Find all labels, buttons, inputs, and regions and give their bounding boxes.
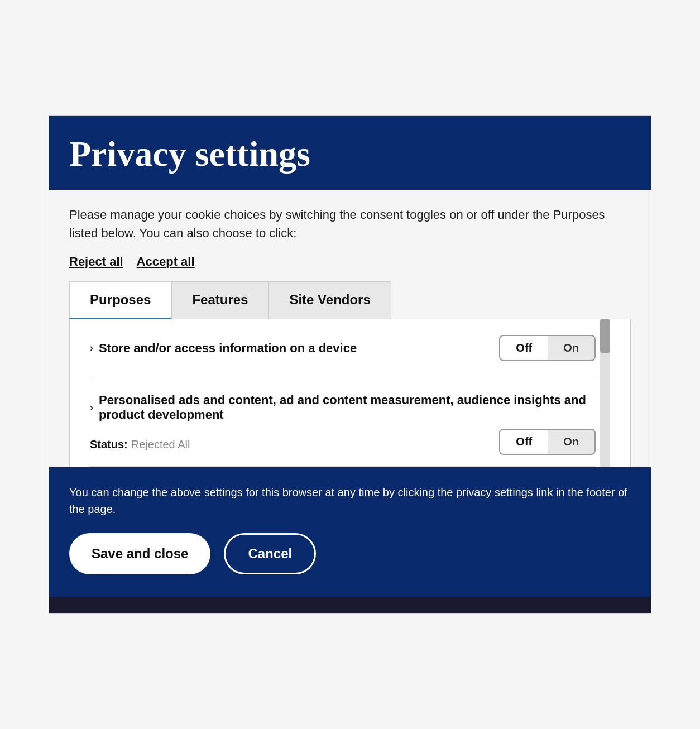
toggle-off-2[interactable]: Off bbox=[500, 430, 548, 454]
modal-footer: You can change the above settings for th… bbox=[49, 467, 651, 597]
tabs-row: Purposes Features Site Vendors bbox=[69, 281, 631, 319]
purpose-header-1: › Store and/or access information on a d… bbox=[90, 335, 596, 361]
toggle-on-2[interactable]: On bbox=[548, 430, 594, 454]
scroll-content: › Store and/or access information on a d… bbox=[90, 319, 596, 467]
privacy-settings-modal: Privacy settings Please manage your cook… bbox=[49, 115, 651, 615]
footer-info-text: You can change the above settings for th… bbox=[69, 484, 631, 517]
scrollbar-thumb[interactable] bbox=[600, 319, 610, 353]
tab-purposes[interactable]: Purposes bbox=[69, 281, 171, 319]
status-label: Status: bbox=[90, 438, 128, 451]
bottom-strip bbox=[49, 597, 651, 613]
purpose-row-store-access: › Store and/or access information on a d… bbox=[90, 319, 596, 377]
chevron-icon-1[interactable]: › bbox=[90, 342, 93, 354]
tab-content-area: › Store and/or access information on a d… bbox=[69, 319, 631, 467]
status-line: Status: Rejected All bbox=[90, 438, 190, 451]
toggle-group-2: Off On bbox=[499, 429, 596, 455]
quick-actions: Reject all Accept all bbox=[69, 255, 631, 269]
toggle-group-1: Off On bbox=[499, 335, 596, 361]
cancel-button[interactable]: Cancel bbox=[224, 533, 316, 574]
tab-features[interactable]: Features bbox=[171, 281, 269, 319]
purpose-title-2: › Personalised ads and content, ad and c… bbox=[90, 393, 596, 422]
intro-text: Please manage your cookie choices by swi… bbox=[69, 205, 631, 242]
scrollbar-track[interactable] bbox=[600, 319, 610, 467]
accept-all-link[interactable]: Accept all bbox=[137, 255, 195, 269]
reject-all-link[interactable]: Reject all bbox=[69, 255, 123, 269]
purpose-row-personalised-ads: › Personalised ads and content, ad and c… bbox=[90, 377, 596, 467]
purpose-header-2: › Personalised ads and content, ad and c… bbox=[90, 393, 596, 422]
modal-body: Please manage your cookie choices by swi… bbox=[49, 190, 651, 467]
page-title: Privacy settings bbox=[69, 133, 631, 175]
purpose-title-1: › Store and/or access information on a d… bbox=[90, 341, 499, 356]
footer-buttons: Save and close Cancel bbox=[69, 533, 631, 574]
content-with-scroll: › Store and/or access information on a d… bbox=[90, 319, 610, 467]
tab-site-vendors[interactable]: Site Vendors bbox=[269, 281, 391, 319]
chevron-icon-2[interactable]: › bbox=[90, 402, 93, 414]
toggle-off-1[interactable]: Off bbox=[500, 336, 548, 360]
modal-header: Privacy settings bbox=[49, 116, 651, 190]
status-value: Rejected All bbox=[131, 438, 190, 451]
toggle-on-1[interactable]: On bbox=[548, 336, 594, 360]
save-close-button[interactable]: Save and close bbox=[69, 533, 210, 574]
